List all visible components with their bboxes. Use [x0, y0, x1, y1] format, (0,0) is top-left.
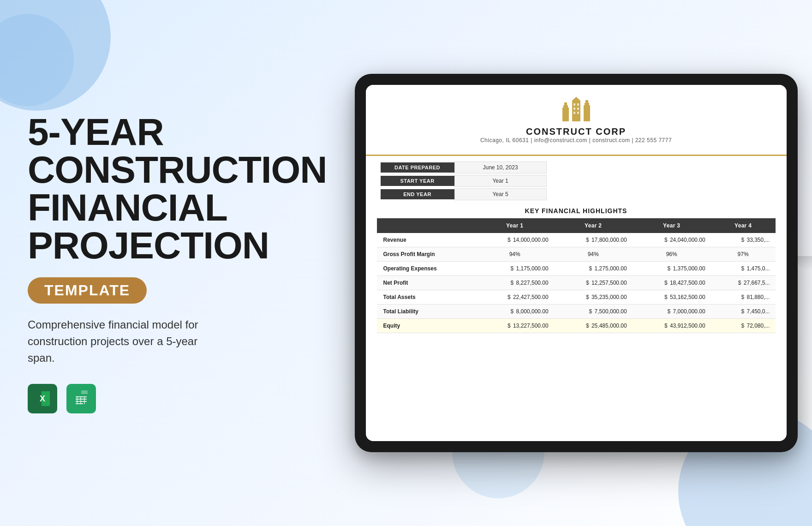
- table-row: Total Assets $ 22,427,500.00 $ 35,235,00…: [377, 290, 776, 305]
- cell-opex-y4: $ 1,475,0...: [711, 262, 776, 276]
- right-panel: CONSTRUCT CORP Chicago, IL 60631 | info@…: [355, 74, 812, 452]
- row-label: Net Profit: [377, 276, 476, 290]
- excel-icon: X: [28, 384, 57, 413]
- row-label: Total Liability: [377, 305, 476, 319]
- cell-ta-y2: $ 35,235,000.00: [554, 290, 633, 305]
- cell-eq-y2: $ 25,485,000.00: [554, 319, 633, 333]
- left-panel: 5-YEAR CONSTRUCTION FINANCIAL PROJECTION…: [28, 113, 327, 413]
- svg-rect-26: [577, 112, 579, 114]
- start-year-label: START YEAR: [381, 176, 454, 186]
- svg-text:X: X: [40, 394, 45, 403]
- cell-opex-y3: $ 1,375,000.00: [633, 262, 711, 276]
- svg-rect-18: [584, 105, 590, 121]
- cell-tl-y4: $ 7,450,0...: [711, 305, 776, 319]
- row-label: Revenue: [377, 233, 476, 247]
- row-label: Total Assets: [377, 290, 476, 305]
- tablet-device: CONSTRUCT CORP Chicago, IL 60631 | info@…: [355, 74, 798, 452]
- company-name: CONSTRUCT CORP: [526, 126, 626, 137]
- svg-rect-25: [573, 112, 575, 114]
- meta-row-start: START YEAR Year 1: [381, 175, 772, 187]
- svg-rect-23: [573, 108, 575, 110]
- company-contact: Chicago, IL 60631 | info@construct.com |…: [480, 137, 672, 143]
- table-row: Operating Expenses $ 1,175,000.00 $ 1,27…: [377, 262, 776, 276]
- cell-np-y4: $ 27,667,5...: [711, 276, 776, 290]
- start-year-value: Year 1: [454, 175, 547, 187]
- svg-rect-15: [564, 102, 567, 106]
- table-row: Net Profit $ 8,227,500.00 $ 12,257,500.0…: [377, 276, 776, 290]
- company-logo-icon: [560, 96, 592, 124]
- cell-opex-y1: $ 1,175,000.00: [476, 262, 554, 276]
- tablet-screen: CONSTRUCT CORP Chicago, IL 60631 | info@…: [366, 85, 787, 441]
- svg-rect-24: [577, 108, 579, 110]
- cell-gpm-y4: 97%: [711, 247, 776, 262]
- company-logo: CONSTRUCT CORP Chicago, IL 60631 | info@…: [480, 96, 672, 143]
- row-label: Equity: [377, 319, 476, 333]
- cell-gpm-y3: 96%: [633, 247, 711, 262]
- main-container: 5-YEAR CONSTRUCTION FINANCIAL PROJECTION…: [0, 0, 812, 526]
- col-header-label: [377, 218, 476, 233]
- meta-row-date: DATE PREPARED June 10, 2023: [381, 161, 772, 173]
- description-text: Comprehensive financial model for constr…: [28, 317, 221, 366]
- col-header-y2: Year 2: [554, 218, 633, 233]
- svg-rect-10: [77, 396, 78, 404]
- tablet-reflection: [798, 256, 812, 270]
- table-row: Total Liability $ 8,000,000.00 $ 7,500,0…: [377, 305, 776, 319]
- svg-rect-11: [80, 396, 81, 404]
- main-title: 5-YEAR CONSTRUCTION FINANCIAL PROJECTION: [28, 113, 327, 264]
- table-row: Revenue $ 14,000,000.00 $ 17,800,000.00 …: [377, 233, 776, 247]
- meta-row-end: END YEAR Year 5: [381, 188, 772, 200]
- svg-rect-20: [585, 100, 588, 103]
- col-header-y4: Year 4: [711, 218, 776, 233]
- cell-np-y2: $ 12,257,500.00: [554, 276, 633, 290]
- financial-table: Year 1 Year 2 Year 3 Year 4 Revenue $ 14…: [377, 218, 776, 333]
- cell-ta-y1: $ 22,427,500.00: [476, 290, 554, 305]
- col-header-y1: Year 1: [476, 218, 554, 233]
- svg-rect-21: [573, 103, 575, 106]
- cell-ta-y3: $ 53,162,500.00: [633, 290, 711, 305]
- cell-revenue-y3: $ 24,040,000.00: [633, 233, 711, 247]
- cell-np-y1: $ 8,227,500.00: [476, 276, 554, 290]
- sheet-header: CONSTRUCT CORP Chicago, IL 60631 | info@…: [366, 85, 787, 156]
- svg-rect-13: [562, 108, 569, 121]
- svg-rect-12: [84, 396, 85, 404]
- table-row: Equity $ 13,227,500.00 $ 25,485,000.00 $…: [377, 319, 776, 333]
- svg-rect-16: [572, 101, 580, 121]
- sheets-icon: [66, 384, 96, 413]
- date-prepared-value: June 10, 2023: [454, 161, 547, 173]
- highlights-title: KEY FINANCIAL HIGHLIGHTS: [377, 202, 776, 218]
- end-year-label: END YEAR: [381, 189, 454, 199]
- template-badge: TEMPLATE: [28, 277, 147, 304]
- table-header-row: Year 1 Year 2 Year 3 Year 4: [377, 218, 776, 233]
- cell-tl-y3: $ 7,000,000.00: [633, 305, 711, 319]
- cell-gpm-y1: 94%: [476, 247, 554, 262]
- date-prepared-label: DATE PREPARED: [381, 162, 454, 173]
- svg-marker-17: [572, 97, 580, 101]
- table-row: Gross Profit Margin 94% 94% 96% 97%: [377, 247, 776, 262]
- cell-eq-y4: $ 72,080,...: [711, 319, 776, 333]
- cell-tl-y2: $ 7,500,000.00: [554, 305, 633, 319]
- cell-gpm-y2: 94%: [554, 247, 633, 262]
- cell-revenue-y4: $ 33,350,...: [711, 233, 776, 247]
- meta-table: DATE PREPARED June 10, 2023 START YEAR Y…: [366, 156, 787, 202]
- end-year-value: Year 5: [454, 188, 547, 200]
- format-icons: X: [28, 384, 327, 413]
- highlights-section: KEY FINANCIAL HIGHLIGHTS Year 1 Year 2 Y…: [366, 202, 787, 441]
- cell-ta-y4: $ 81,880,...: [711, 290, 776, 305]
- row-label: Operating Expenses: [377, 262, 476, 276]
- cell-revenue-y1: $ 14,000,000.00: [476, 233, 554, 247]
- col-header-y3: Year 3: [633, 218, 711, 233]
- cell-revenue-y2: $ 17,800,000.00: [554, 233, 633, 247]
- cell-eq-y1: $ 13,227,500.00: [476, 319, 554, 333]
- cell-eq-y3: $ 43,912,500.00: [633, 319, 711, 333]
- row-label: Gross Profit Margin: [377, 247, 476, 262]
- cell-tl-y1: $ 8,000,000.00: [476, 305, 554, 319]
- svg-rect-22: [577, 103, 579, 106]
- cell-np-y3: $ 18,427,500.00: [633, 276, 711, 290]
- cell-opex-y2: $ 1,275,000.00: [554, 262, 633, 276]
